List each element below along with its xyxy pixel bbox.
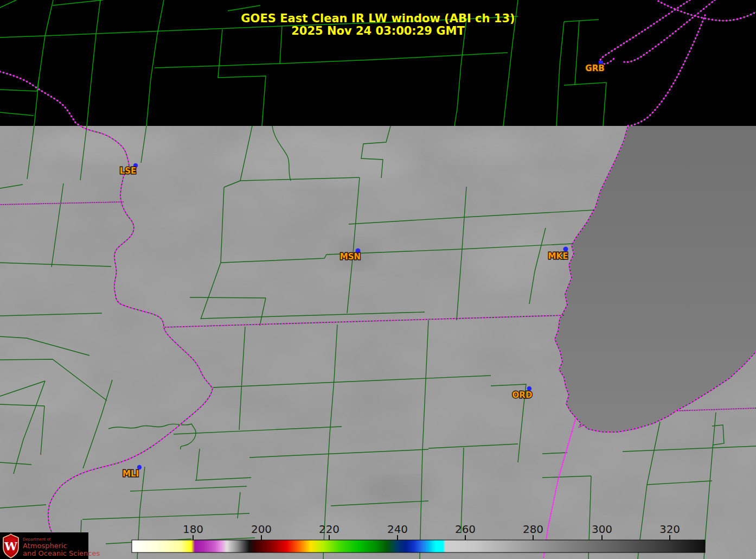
- crest-monogram: W: [4, 539, 17, 553]
- tick-label-260: 260: [455, 523, 476, 536]
- title-line-1: GOES East Clean IR LW window (ABI ch 13): [241, 12, 515, 25]
- tick-label-200: 200: [251, 523, 272, 536]
- station-label-ord: ORD: [512, 390, 533, 400]
- logo-dept-line: Department of: [23, 537, 51, 542]
- aos-logo: W Department of Atmospheric and Oceanic …: [0, 532, 100, 559]
- tick-label-180: 180: [183, 523, 203, 536]
- tick-label-240: 240: [387, 523, 408, 536]
- tick-label-220: 220: [319, 523, 339, 536]
- tick-label-280: 280: [523, 523, 543, 536]
- tick-label-300: 300: [592, 523, 612, 536]
- colorbar-gradient-bar: [132, 540, 705, 552]
- station-label-lse: LSE: [120, 166, 137, 176]
- station-label-mli: MLI: [123, 469, 139, 479]
- tick-label-320: 320: [659, 523, 680, 536]
- logo-name-line-2: and Oceanic Sciences: [23, 549, 100, 557]
- uw-crest-icon: W: [3, 534, 18, 558]
- satellite-viewer: GRB LSE MSN MKE ORD MLI GOES East Clean …: [0, 0, 756, 559]
- station-label-msn: MSN: [340, 252, 361, 262]
- title-line-2: 2025 Nov 24 03:00:29 GMT: [291, 24, 465, 37]
- logo-name-line-1: Atmospheric: [23, 542, 67, 550]
- satellite-map: GRB LSE MSN MKE ORD MLI GOES East Clean …: [0, 0, 756, 559]
- station-label-mke: MKE: [548, 251, 568, 261]
- station-label-grb: GRB: [585, 63, 604, 73]
